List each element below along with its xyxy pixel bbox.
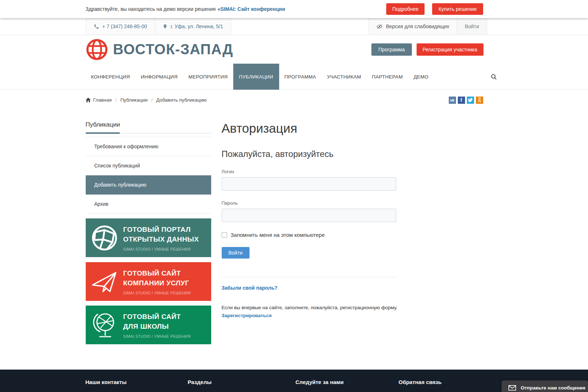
footer-heading-follow: Следуйте за нами [295,379,399,385]
nav-item-demo[interactable]: ДЕМО [408,64,434,90]
breadcrumb: Главная / Публикации / Добавить публикац… [86,97,207,103]
password-label: Пароль [222,200,503,206]
search-icon [491,74,497,80]
banner-open-data-portal[interactable]: ГОТОВЫЙ ПОРТАЛ ОТКРЫТЫХ ДАННЫХ SIMAI.STU… [86,218,211,257]
share-buttons: vk f [449,97,483,104]
school-globe-icon [92,311,117,339]
banner-title-line: ГОТОВЫЙ ПОРТАЛ [123,225,199,234]
envelope-icon [508,385,516,391]
breadcrumb-separator: / [115,97,117,103]
password-input[interactable] [222,209,396,222]
sidebar-item-add-publication[interactable]: Добавить публикацию [86,175,211,195]
breadcrumb-publications[interactable]: Публикации [120,97,148,103]
banner-school-site[interactable]: ГОТОВЫЙ САЙТ ДЛЯ ШКОЛЫ SIMAI.STUDIO / УМ… [86,306,211,344]
send-message-widget[interactable]: Отправьте нам сообщение [502,380,588,392]
globe-logo-icon [86,38,108,61]
login-input[interactable] [222,177,396,191]
sidebar-menu: Требования к оформлению Список публикаци… [86,137,211,214]
home-icon [86,98,91,102]
sidebar-item-requirements[interactable]: Требования к оформлению [86,137,211,156]
nav-item-partners[interactable]: ПАРТНЕРАМ [367,64,408,90]
odnoklassniki-share-icon[interactable] [476,97,483,104]
forgot-password-link[interactable]: Забыли свой пароль? [222,285,278,291]
buy-solution-button[interactable]: Купить решение [432,3,483,15]
demo-top-bar: Здравствуйте, вы находитесь на демо верс… [0,0,588,18]
send-message-label: Отправьте нам сообщение [521,385,585,391]
main-nav: КОНФЕРЕНЦИЯ ИНФОРМАЦИЯ МЕРОПРИЯТИЯ ПУБЛИ… [0,64,588,90]
facebook-share-icon[interactable]: f [458,97,465,104]
footer-heading-feedback: Обратная связь [399,379,442,385]
banner-subtitle: SIMAI.STUDIO / УМНЫЕ РЕШЕНИЯ [123,334,191,338]
eye-slash-icon [376,24,383,29]
site-name: ВОСТОК-ЗАПАД [113,41,233,57]
phone-number: + 7 (347) 246-85-00 [102,24,147,29]
login-link-label: Войти [465,24,479,29]
footer: Наши контакты Разделы Следуйте за нами О… [0,370,588,392]
nav-item-publications[interactable]: ПУБЛИКАЦИИ [233,64,279,90]
demo-solution-link[interactable]: «SIMAI: Сайт конференции [217,6,285,12]
nav-item-events[interactable]: МЕРОПРИЯТИЯ [183,64,233,90]
banner-title-line: ГОТОВЫЙ САЙТ [123,268,191,278]
network-globe-icon [90,223,119,252]
vk-share-icon[interactable]: vk [449,97,456,104]
details-button[interactable]: Подробнее [386,3,425,15]
breadcrumb-row: Главная / Публикации / Добавить публикац… [0,90,588,110]
auth-subtitle: Пожалуйста, авторизуйтесь [222,149,503,159]
footer-heading-sections: Разделы [188,379,295,385]
banner-title-line: КОМПАНИИ УСЛУГ [123,278,191,288]
demo-greeting-text: Здравствуйте, вы находитесь на демо верс… [86,6,216,12]
sidebar-item-publication-list[interactable]: Список публикаций [86,156,211,175]
banner-services-site[interactable]: ГОТОВЫЙ САЙТ КОМПАНИИ УСЛУГ SIMAI.STUDIO… [86,262,211,301]
remember-me-checkbox[interactable] [222,232,227,238]
site-logo[interactable]: ВОСТОК-ЗАПАД [86,38,233,61]
register-participant-button[interactable]: Регистрация участника [417,43,483,56]
nav-item-participants[interactable]: УЧАСТНИКАМ [321,64,366,90]
page-title: Авторизация [222,121,503,136]
site-header: ВОСТОК-ЗАПАД Программа Регистрация участ… [0,35,588,64]
sidebar-item-archive[interactable]: Архив [86,195,211,214]
info-bar: + 7 (347) 246-85-00 г. Уфа, ул. Ленина, … [0,18,588,35]
address-text: г. Уфа, ул. Ленина, 5/1 [171,24,223,29]
register-link[interactable]: Зарегистрироваться [222,313,272,318]
sidebar: Публикации Требования к оформлению Списо… [86,121,211,344]
form-divider [222,277,396,277]
login-label: Логин [222,169,503,174]
twitter-share-icon[interactable] [467,97,474,104]
banner-title-line: ГОТОВЫЙ САЙТ [123,312,191,321]
program-button[interactable]: Программа [371,43,412,56]
banner-subtitle: SIMAI.STUDIO / УМНЫЕ РЕШЕНИЯ [123,247,199,251]
phone-icon [94,24,99,29]
accessibility-version-link[interactable]: Версия для слабовидящих [368,18,457,35]
nav-item-information[interactable]: ИНФОРМАЦИЯ [135,64,183,90]
auth-section: Авторизация Пожалуйста, авторизуйтесь Ло… [222,121,503,344]
registration-hint-text: Если вы впервые на сайте, заполните, пож… [222,305,410,310]
paper-plane-icon [91,269,118,294]
banner-subtitle: SIMAI.STUDIO / УМНЫЕ РЕШЕНИЯ [123,291,191,295]
footer-heading-contacts: Наши контакты [85,379,188,385]
login-link[interactable]: Войти [457,18,487,35]
search-button[interactable] [488,64,500,90]
nav-item-program[interactable]: ПРОГРАММА [279,64,322,90]
address-cell[interactable]: г. Уфа, ул. Ленина, 5/1 [155,18,231,35]
breadcrumb-separator: / [151,97,153,103]
banner-title-line: ДЛЯ ШКОЛЫ [123,321,191,331]
remember-me-label: Запомнить меня на этом компьютере [231,232,325,238]
sidebar-title: Публикации [86,121,211,133]
breadcrumb-home[interactable]: Главная [86,97,112,103]
submit-login-button[interactable]: Войти [222,247,250,259]
banner-title-line: ОТКРЫТЫХ ДАННЫХ [123,234,199,244]
location-pin-icon [163,24,167,29]
accessibility-label: Версия для слабовидящих [386,24,449,29]
breadcrumb-current: Добавить публикацию [156,97,206,103]
phone-cell[interactable]: + 7 (347) 246-85-00 [86,18,155,35]
nav-item-conference[interactable]: КОНФЕРЕНЦИЯ [86,64,136,90]
page-content: Публикации Требования к оформлению Списо… [86,110,503,344]
